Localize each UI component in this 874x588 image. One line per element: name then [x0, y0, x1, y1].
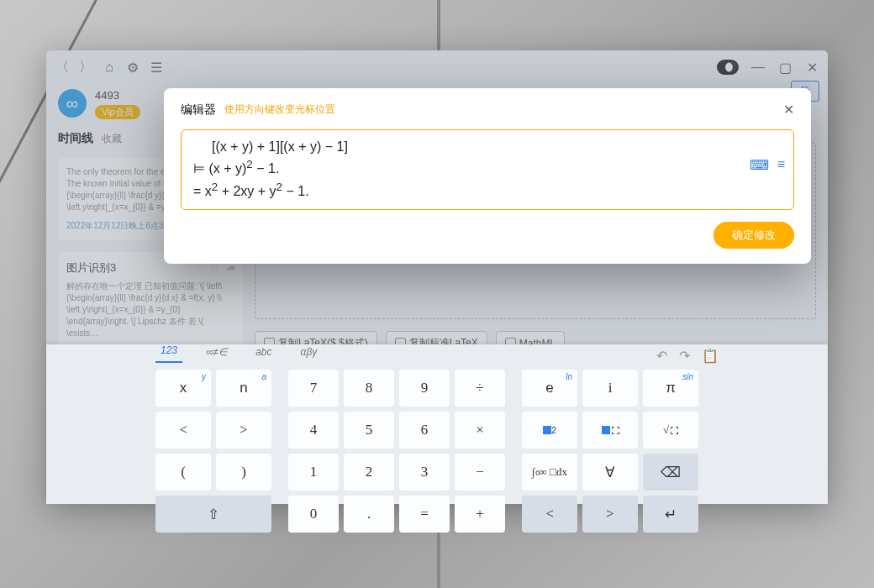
editor-icons: ⌨ ≡: [750, 157, 785, 173]
redo-icon[interactable]: ↷: [679, 348, 690, 364]
tab-greek[interactable]: αβγ: [296, 346, 323, 363]
menu-icon[interactable]: ≡: [777, 157, 785, 173]
key-square[interactable]: 2: [522, 412, 577, 449]
keyboard-tools: ↶ ↷ 📋: [656, 348, 719, 364]
key-e[interactable]: eln: [522, 370, 577, 407]
modal-title: 编辑器: [181, 102, 216, 118]
key-power[interactable]: [582, 412, 638, 449]
key-3[interactable]: 3: [399, 454, 450, 491]
keyboard-grid: xy na < > ( ) ⇧ 7 8 9 ÷ 4 5 6 × 1 2 3 − …: [46, 363, 828, 544]
undo-icon[interactable]: ↶: [656, 348, 667, 364]
math-keyboard: 123 ∞≠∈ abc αβγ ↶ ↷ 📋 xy na < > ( ) ⇧ 7 …: [46, 344, 828, 504]
key-enter[interactable]: ↵: [643, 496, 698, 533]
key-pi[interactable]: πsin: [643, 370, 698, 407]
key-lparen[interactable]: (: [155, 454, 211, 491]
key-5[interactable]: 5: [344, 412, 394, 449]
key-equals[interactable]: =: [399, 496, 450, 533]
key-forall[interactable]: ∀: [582, 454, 638, 491]
tab-latin[interactable]: abc: [250, 346, 276, 363]
key-left[interactable]: <: [522, 496, 577, 533]
key-right[interactable]: >: [582, 496, 638, 533]
key-6[interactable]: 6: [399, 412, 450, 449]
clipboard-icon[interactable]: 📋: [702, 348, 719, 364]
editor-modal: 编辑器 使用方向键改变光标位置 ✕ [(x + y) + 1][(x + y) …: [164, 88, 811, 264]
key-i[interactable]: i: [582, 370, 638, 407]
key-shift[interactable]: ⇧: [155, 496, 271, 533]
modal-header: 编辑器 使用方向键改变光标位置 ✕: [181, 102, 794, 118]
key-8[interactable]: 8: [344, 370, 394, 407]
key-9[interactable]: 9: [399, 370, 450, 407]
tab-numeric[interactable]: 123: [155, 344, 182, 363]
key-rparen[interactable]: ): [216, 454, 271, 491]
formula-editor[interactable]: [(x + y) + 1][(x + y) − 1] ⊨ (x + y)2 − …: [181, 129, 794, 210]
key-0[interactable]: 0: [288, 496, 339, 533]
cluster-a: xy na < > ( ) ⇧: [155, 370, 271, 533]
keyboard-icon[interactable]: ⌨: [750, 157, 769, 173]
key-gt[interactable]: >: [216, 412, 271, 449]
key-dot[interactable]: .: [344, 496, 394, 533]
key-lt[interactable]: <: [155, 412, 211, 449]
key-integral[interactable]: ∫₀∞ □dx: [522, 454, 577, 491]
formula-line-3: = x2 + 2xy + y2 − 1.: [193, 179, 782, 202]
key-n[interactable]: na: [216, 370, 271, 407]
key-plus[interactable]: +: [455, 496, 505, 533]
key-divide[interactable]: ÷: [455, 370, 505, 407]
tab-symbols[interactable]: ∞≠∈: [201, 346, 232, 363]
key-x[interactable]: xy: [155, 370, 211, 407]
key-2[interactable]: 2: [344, 454, 394, 491]
key-4[interactable]: 4: [288, 412, 339, 449]
modal-hint: 使用方向键改变光标位置: [224, 102, 335, 117]
key-minus[interactable]: −: [455, 454, 505, 491]
formula-line-1: [(x + y) + 1][(x + y) − 1]: [193, 137, 782, 156]
key-multiply[interactable]: ×: [455, 412, 505, 449]
cluster-b: 7 8 9 ÷ 4 5 6 × 1 2 3 − 0 . = +: [288, 370, 505, 533]
cluster-c: eln i πsin 2 √ ∫₀∞ □dx ∀ ⌫ < > ↵: [522, 370, 698, 533]
formula-line-2: ⊨ (x + y)2 − 1.: [193, 156, 782, 179]
key-sqrt[interactable]: √: [643, 412, 698, 449]
key-1[interactable]: 1: [288, 454, 339, 491]
confirm-button[interactable]: 确定修改: [713, 222, 794, 249]
keyboard-tabs: 123 ∞≠∈ abc αβγ ↶ ↷ 📋: [46, 344, 828, 363]
key-backspace[interactable]: ⌫: [643, 454, 698, 491]
close-icon[interactable]: ✕: [783, 102, 794, 118]
key-7[interactable]: 7: [288, 370, 339, 407]
